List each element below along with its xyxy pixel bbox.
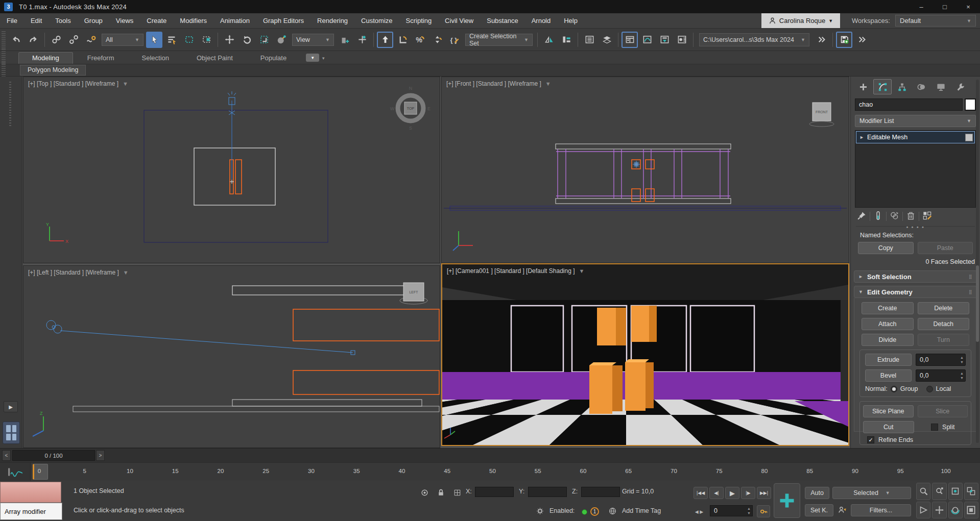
menu-create[interactable]: Create [140,13,173,28]
user-account-menu[interactable]: Carolina Roque ▼ [761,13,840,28]
create-button[interactable]: Create [862,302,914,314]
expand-toolbar-button[interactable]: ▶ [4,401,18,412]
previous-frame-button[interactable]: < [2,450,11,461]
add-time-tag[interactable]: Add Time Tag [622,507,661,514]
bevel-button[interactable]: Bevel [865,369,912,382]
curve-editor-button[interactable] [639,32,655,48]
mirror-button[interactable] [541,32,557,48]
scrollbar-thumb[interactable] [976,265,979,342]
isolate-selection-icon[interactable] [419,487,430,498]
go-to-end-button[interactable]: ▶▶| [757,487,771,499]
panel-tab-modify[interactable] [873,79,892,94]
scene-explorer-button[interactable] [581,32,597,48]
stack-onoff-toggle[interactable] [965,134,973,141]
select-and-scale-button[interactable] [256,32,272,48]
ribbon-tab-object-paint[interactable]: Object Paint [183,53,246,64]
panel-tab-hierarchy[interactable] [893,79,911,94]
viewport-menu-icon[interactable]: ▼ [545,81,551,87]
select-and-link-button[interactable] [48,32,64,48]
rollout-grip[interactable]: ⣿ [969,275,972,279]
panel-scrollbar[interactable] [976,80,979,443]
person-key-icon[interactable] [836,504,848,515]
menu-scripting[interactable]: Scripting [399,13,439,28]
ribbon-tab-populate[interactable]: Populate [247,53,300,64]
reference-coordinate-dropdown[interactable]: View▼ [292,34,334,46]
select-and-manipulate-button[interactable] [354,32,370,48]
panel-tab-display[interactable] [931,79,950,94]
mini-curve-editor-button[interactable] [0,463,31,481]
angle-snap-button[interactable] [394,32,411,48]
frame-spinner-icon[interactable]: ◀ ▶ [694,506,705,517]
menu-substance[interactable]: Substance [480,13,524,28]
menu-civil-view[interactable]: Civil View [438,13,480,28]
rectangular-selection-region-button[interactable] [181,32,197,48]
go-to-start-button[interactable]: |◀◀ [694,487,708,499]
current-frame-field[interactable]: 0 ▲▼ [710,505,753,516]
extrude-button[interactable]: Extrude [865,354,912,366]
toolbar-drag-handle[interactable] [2,31,6,48]
select-and-move-button[interactable] [221,32,237,48]
redo-button[interactable] [25,32,41,48]
stack-item-editable-mesh[interactable]: ► Editable Mesh [856,131,975,143]
material-editor-button[interactable] [674,32,690,48]
select-object-button[interactable] [146,32,162,48]
previous-frame-button[interactable]: ◀| [709,487,724,499]
spinner-arrows-icon[interactable]: ▲▼ [960,371,964,380]
viewport-label-front[interactable]: [+] [Front ] [Standard ] [Wireframe ]▼ [446,80,551,87]
make-unique-button[interactable] [890,211,899,222]
menu-modifiers[interactable]: Modifiers [173,13,213,28]
named-selection-set-field[interactable]: Create Selection Set▼ [465,34,533,46]
zoom-extents-all-button[interactable] [964,483,978,500]
rollout-edit-geometry[interactable]: ▼ Edit Geometry ⣿ [854,286,977,298]
undo-button[interactable] [8,32,24,48]
field-of-view-button[interactable] [916,502,930,519]
maxscript-mini-listener-button[interactable]: { } [446,32,463,48]
viewport-left[interactable]: LEFT Z [+] [Left ] [Standard ] [Wirefram… [23,265,440,448]
ribbon-tab-freeform[interactable]: Freeform [74,53,128,64]
align-button[interactable] [558,32,575,48]
panel-tab-motion[interactable] [912,79,930,94]
key-mode-toggle-icon[interactable] [757,505,770,517]
maximize-button[interactable]: □ [933,0,957,13]
select-and-place-button[interactable] [273,32,290,48]
detach-button[interactable]: Detach [918,318,970,330]
spinner-arrows-icon[interactable]: ▲▼ [960,355,964,364]
rollout-soft-selection[interactable]: ► Soft Selection ⣿ [854,270,977,283]
panel-splitter[interactable]: ● ● ● ● [856,226,975,227]
maxscript-mini-listener[interactable] [0,482,61,503]
rollout-grip[interactable]: ⣿ [969,290,972,294]
use-center-button[interactable] [337,32,353,48]
auto-key-button[interactable]: Auto [805,487,829,499]
extrude-amount-spinner[interactable]: 0,0 ▲▼ [916,354,966,366]
object-color-swatch[interactable] [965,98,976,111]
play-button[interactable]: ▶ [725,487,739,499]
menu-tools[interactable]: Tools [49,13,77,28]
configure-modifier-sets-button[interactable] [922,211,932,222]
schematic-view-button[interactable] [656,32,673,48]
minimize-button[interactable]: – [910,0,933,13]
ribbon-tab-selection[interactable]: Selection [129,53,182,64]
z-coordinate-field[interactable] [581,487,620,497]
menu-edit[interactable]: Edit [24,13,49,28]
polygon-modeling-panel[interactable]: Polygon Modeling [20,65,86,76]
menu-file[interactable]: File [0,13,24,28]
panel-tab-utilities[interactable] [951,79,969,94]
enabled-status-dot[interactable] [582,509,587,515]
project-folder-dropdown[interactable]: C:\Users\carol...s\3ds Max 2024▼ [699,33,809,46]
pan-button[interactable] [932,502,946,519]
window-crossing-button[interactable] [198,32,214,48]
y-coordinate-field[interactable] [528,487,567,497]
set-keys-button[interactable] [774,483,800,518]
cut-button[interactable]: Cut [863,421,914,433]
grid-snap-icon[interactable] [451,487,463,498]
object-name-field[interactable]: chao [855,98,963,111]
refine-ends-checkbox[interactable]: ✓ [867,436,874,443]
selection-filter-dropdown[interactable]: All▼ [102,34,144,46]
toolbar-overflow-button[interactable] [813,32,829,48]
menu-graph-editors[interactable]: Graph Editors [256,13,310,28]
gear-icon[interactable] [534,505,545,516]
viewport-menu-icon[interactable]: ▼ [579,268,584,274]
remove-modifier-button[interactable] [906,211,916,222]
viewport-top[interactable]: TOP N W S E Y X [+] [Top ] [Standard ] [… [23,77,440,263]
x-coordinate-field[interactable] [475,487,514,497]
